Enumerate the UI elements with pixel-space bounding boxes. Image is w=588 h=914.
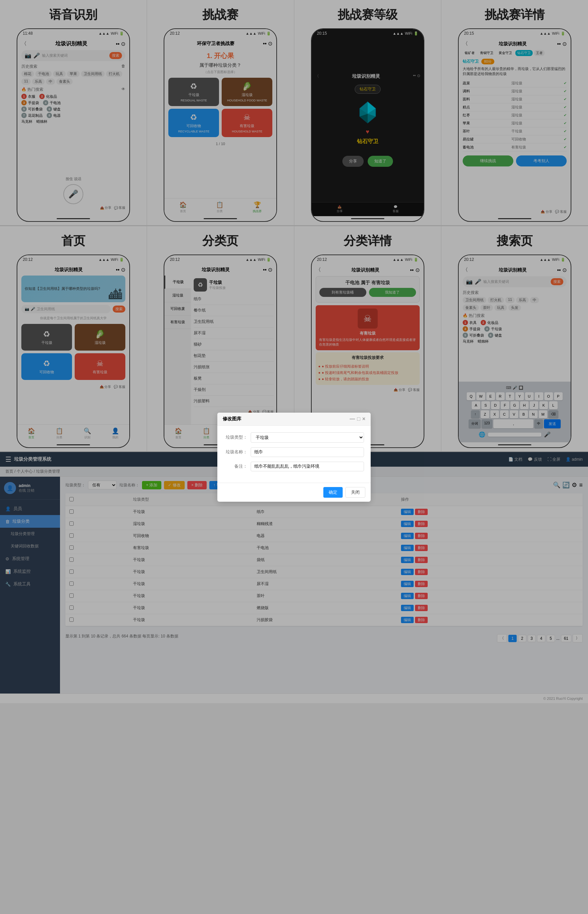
row-checkbox[interactable]	[69, 557, 74, 562]
nav-share[interactable]: 📤 分享	[337, 205, 342, 214]
key-a[interactable]: A	[472, 401, 480, 409]
page-61[interactable]: 61	[561, 635, 571, 642]
delete-btn[interactable]: 删除	[415, 509, 428, 515]
key-send[interactable]: 发送	[544, 419, 561, 428]
key-l[interactable]: L	[549, 401, 558, 409]
key-b[interactable]: B	[519, 410, 528, 418]
key-q[interactable]: Q	[467, 392, 475, 400]
nav-identify[interactable]: 🔍识别	[84, 427, 91, 440]
home-recycle-card[interactable]: ♻ 可回收物	[21, 353, 72, 380]
home-wet-card[interactable]: 🥬 湿垃圾	[75, 324, 125, 351]
cat-list-item[interactable]: 干燥剂	[194, 384, 274, 395]
page-next[interactable]: 〉	[573, 634, 583, 642]
key-shift[interactable]: ↑	[471, 410, 480, 418]
cat-hazard[interactable]: 有害垃圾	[164, 316, 191, 329]
key-zh[interactable]: 中	[534, 419, 543, 428]
row-checkbox[interactable]	[69, 545, 74, 550]
delete-btn[interactable]: 删除	[415, 605, 428, 611]
row-checkbox[interactable]	[69, 582, 74, 586]
level-next-btn[interactable]: 知道了	[368, 156, 393, 167]
cat-list-item[interactable]: 污损塑料	[194, 395, 274, 407]
modal-confirm-btn[interactable]: 确定	[323, 487, 342, 498]
delete-btn[interactable]: 删除	[415, 533, 428, 539]
cat-wet[interactable]: 湿垃圾	[164, 289, 191, 302]
row-checkbox[interactable]	[69, 569, 74, 574]
level-share-btn[interactable]: 分享	[342, 156, 363, 167]
home-hazard-card[interactable]: ☠ 有害垃圾	[75, 353, 125, 380]
home-search[interactable]: 📷 🎤 卫生间用纸 搜索	[21, 305, 125, 313]
keyboard-mic-icon[interactable]: 🎤	[544, 431, 551, 438]
delete-btn[interactable]: 删除	[415, 521, 428, 527]
admin-doc-btn[interactable]: 📄 文档	[508, 457, 522, 462]
key-g[interactable]: G	[510, 401, 519, 409]
modal-name-input[interactable]	[251, 447, 364, 457]
search-btn[interactable]: 搜索	[551, 278, 563, 285]
cat-list-item[interactable]: 刨花垫	[194, 350, 274, 361]
page-2[interactable]: 2	[518, 635, 526, 642]
challenge-recycle-option[interactable]: ♻ 可回收物 RECYCLABLE WASTE	[168, 109, 219, 137]
modal-cancel-btn[interactable]: 关闭	[345, 487, 365, 498]
key-m[interactable]: M	[539, 410, 547, 418]
delete-btn[interactable]: 删除	[415, 545, 428, 551]
nav-home-2[interactable]: 🏠首页	[174, 427, 182, 440]
phone-home-btn-2[interactable]	[204, 218, 237, 219]
nav-challenge[interactable]: 🏆挑战赛	[253, 201, 262, 214]
admin-modify-btn[interactable]: ✓ 修改	[164, 481, 184, 489]
admin-columns-icon[interactable]: ≡	[579, 482, 583, 489]
nav-category[interactable]: 📋分类	[216, 201, 223, 214]
key-d[interactable]: D	[491, 401, 500, 409]
admin-add-btn[interactable]: + 添加	[142, 481, 162, 489]
page-5[interactable]: 5	[547, 635, 555, 642]
delete-btn[interactable]: 删除	[415, 557, 428, 563]
cat-list-item[interactable]: 尿不湿	[194, 327, 274, 339]
key-123[interactable]: 123	[482, 419, 493, 428]
challenge-dry-option[interactable]: ♻ 干垃圾 RESIDUAL WASTE	[168, 78, 219, 106]
admin-refresh-icon[interactable]: 🔄	[562, 481, 570, 489]
home-share-btn[interactable]: 📤 分享	[100, 385, 111, 389]
voice-search-btn[interactable]: 搜索	[109, 52, 122, 59]
home-dry-card[interactable]: ♻ 干垃圾	[21, 324, 72, 351]
modal-minimize-btn[interactable]: —	[350, 416, 355, 422]
keyboard-space-bar[interactable]	[488, 433, 541, 437]
modal-note-input[interactable]	[251, 462, 364, 472]
answer-action-btn[interactable]: 💬 客服	[114, 206, 125, 210]
key-x[interactable]: X	[490, 410, 499, 418]
key-f[interactable]: F	[501, 401, 509, 409]
nav-employees[interactable]: 👤 员员	[0, 502, 60, 515]
nav-system-tools[interactable]: 🔧 系统工具	[0, 578, 60, 590]
row-checkbox[interactable]	[69, 533, 74, 538]
phone-home-btn[interactable]	[57, 218, 90, 219]
detail-answer-btn[interactable]: 💬 客服	[555, 209, 567, 214]
key-backspace[interactable]: ⌫	[548, 410, 558, 418]
continue-challenge-btn[interactable]: 继续挑战	[463, 156, 513, 167]
delete-btn[interactable]: 删除	[415, 569, 428, 575]
row-checkbox[interactable]	[69, 521, 74, 526]
key-h[interactable]: H	[520, 401, 529, 409]
nav-customer[interactable]: 💬 客服	[393, 205, 399, 214]
voice-search-bar[interactable]: 📷 🎤 输入搜索关键词 搜索	[21, 50, 125, 61]
cat-list-item[interactable]: 卫生院用纸	[194, 316, 274, 327]
cat-list-item[interactable]: 猫砂	[194, 339, 274, 350]
admin-delete-btn[interactable]: × 删除	[187, 481, 207, 489]
nav-waste-classify[interactable]: 🗑 垃圾分类	[0, 515, 60, 528]
admin-type-select[interactable]: 任有 干垃圾 湿垃圾 可回收物 有害垃圾	[88, 481, 117, 489]
edit-btn[interactable]: 编辑	[401, 509, 414, 515]
delete-btn[interactable]: 删除	[415, 593, 428, 599]
key-c[interactable]: C	[500, 410, 509, 418]
key-p[interactable]: P	[554, 392, 563, 400]
nav-home[interactable]: 🏠首页	[179, 201, 187, 214]
catdetail-share-btn[interactable]: 📤 分享	[394, 387, 405, 392]
nav-home-active[interactable]: 🏠首页	[27, 427, 35, 440]
phone-home-btn-8[interactable]	[498, 444, 531, 445]
edit-btn[interactable]: 编辑	[401, 581, 414, 587]
nav-category-2[interactable]: 📋分类	[203, 427, 210, 440]
classify-dry-btn[interactable]: 到有害垃圾桶	[319, 288, 366, 297]
key-r[interactable]: R	[496, 392, 505, 400]
key-n[interactable]: N	[529, 410, 538, 418]
phone-home-btn-4[interactable]	[498, 218, 531, 219]
row-checkbox[interactable]	[69, 509, 74, 514]
mic-icon[interactable]: 🎤	[63, 184, 83, 204]
row-checkbox[interactable]	[69, 617, 74, 622]
delete-btn[interactable]: 删除	[415, 617, 428, 623]
nav-category-item[interactable]: 📋分类	[56, 427, 63, 440]
